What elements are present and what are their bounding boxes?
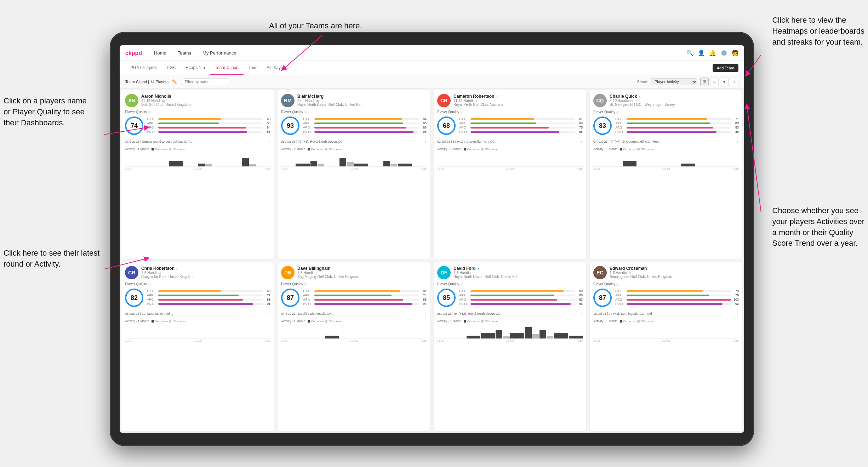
quality-section: 85 OTT 89 APP 80 ARG [437, 289, 583, 307]
bell-icon[interactable]: 🔔 [709, 50, 716, 56]
player-card[interactable]: AN Aaron Nicholls 11-15 Handicap Drift G… [121, 90, 274, 259]
latest-round[interactable]: 02 Sep 23 | Sunset round to get back int… [125, 138, 270, 145]
filter-button[interactable]: ▼ [720, 78, 729, 86]
quality-circle[interactable]: 74 [125, 116, 143, 135]
latest-round[interactable]: 26 Aug 23 | 73 (+1), Royal North Devon G… [281, 138, 427, 145]
tab-all-players[interactable]: All Players [262, 61, 292, 75]
quality-section: 68 OTT 61 APP 63 ARG [437, 116, 583, 135]
person-icon[interactable]: 👤 [698, 50, 704, 56]
stats-section: OTT 82 APP 74 ARG 85 PU [303, 289, 427, 306]
search-input[interactable] [181, 78, 230, 85]
player-name[interactable]: Dave Billingham [297, 266, 427, 271]
list-view-button[interactable]: ≡ [710, 78, 719, 86]
player-name[interactable]: Chris Robertson ✓ [141, 266, 270, 271]
grid-view-button[interactable]: ⊞ [700, 78, 709, 86]
player-header: AN Aaron Nicholls 11-15 Handicap Drift G… [125, 94, 270, 107]
filter-right: Show: Player Activity Quality Score Tren… [637, 78, 738, 86]
nav-right: 🔍 👤 🔔 ⚙️ 🧑 [687, 50, 738, 56]
quality-circle[interactable]: 68 [437, 116, 456, 135]
player-header: DB Dave Billingham 1-5 Handicap Sag Magi… [281, 266, 427, 279]
stats-section: OTT 84 APP 85 ARG 88 PU [303, 117, 427, 134]
player-grid: AN Aaron Nicholls 11-15 Handicap Drift G… [120, 89, 744, 433]
avatar-icon[interactable]: 🧑 [732, 50, 738, 56]
tab-pga[interactable]: PGA [162, 61, 181, 75]
quality-circle[interactable]: 85 [437, 289, 456, 307]
player-name[interactable]: Charlie Quick ✓ [610, 94, 739, 99]
player-handicap: 1-5 Handicap [610, 271, 739, 275]
annotation-teams: All of your Teams are here. [269, 21, 362, 32]
tab-team-clippd[interactable]: Team Clippd [210, 61, 244, 75]
player-handicap: Plus Handicap [297, 99, 427, 103]
stats-section: OTT 61 APP 63 ARG 75 PU [459, 117, 583, 134]
latest-round[interactable]: 26 Aug 23 | 84 (+12), Royal North Devon … [437, 310, 583, 317]
nav-teams[interactable]: Teams [176, 49, 193, 57]
tab-hcaps[interactable]: Hcaps 1-5 [181, 61, 210, 75]
latest-round[interactable]: 18 Jul 23 | 74 (+4), Sunningdale GC - Ol… [593, 310, 739, 317]
player-info: David Ford ✓ 1-5 Handicap Royal North De… [453, 266, 583, 279]
quality-circle[interactable]: 93 [281, 116, 299, 135]
activity-label: Activity · 1 Month On course Off course [281, 147, 427, 151]
edit-icon[interactable]: ✏️ [172, 79, 177, 84]
player-card[interactable]: BM Blair McHarg Plus Handicap Royal Nort… [278, 90, 430, 259]
nav-myperformance[interactable]: My Performance [200, 49, 238, 57]
quality-label: Player Quality ⓘ [125, 282, 270, 286]
player-name[interactable]: David Ford ✓ [453, 266, 583, 271]
player-info: Dave Billingham 1-5 Handicap Sag Maging … [297, 266, 427, 279]
show-select[interactable]: Player Activity Quality Score Trend [651, 78, 697, 85]
player-name[interactable]: Edward Crossman [610, 266, 739, 271]
quality-label: Player Quality ⓘ [593, 110, 739, 114]
annotation-heatmaps: Click here to view theHeatmaps or leader… [772, 15, 864, 47]
latest-round[interactable]: 07 Aug 23 | 77 (+7), St George's Hill GC… [593, 138, 739, 145]
annotation-latest-round: Click here to see their latestround or A… [4, 248, 99, 270]
player-header: CR Chris Robertson ✓ 1-5 Handicap Craigm… [125, 266, 270, 279]
activity-label: Activity · 1 Month On course Off course [281, 319, 427, 323]
stats-section: OTT 73 APP 79 ARG 103 P [615, 289, 739, 306]
quality-circle[interactable]: 83 [593, 116, 612, 135]
nav-logo: clippd [125, 50, 142, 56]
player-info: Aaron Nicholls 11-15 Handicap Drift Golf… [141, 94, 270, 107]
search-icon[interactable]: 🔍 [687, 50, 693, 56]
tab-pgat[interactable]: PGAT Players [125, 61, 162, 75]
nav-home[interactable]: Home [152, 49, 169, 57]
activity-section: Activity · 1 Month On course Off course [125, 147, 270, 170]
player-handicap: 1-5 Handicap [141, 271, 270, 275]
quality-circle[interactable]: 87 [593, 289, 612, 307]
latest-round[interactable]: 04 Sep 23 | Mobility with coach, Gym → [281, 310, 427, 317]
quality-circle[interactable]: 82 [125, 289, 143, 307]
player-card[interactable]: DF David Ford ✓ 1-5 Handicap Royal North… [434, 262, 586, 431]
player-avatar: DB [281, 266, 295, 279]
player-header: CQ Charlie Quick ✓ 6-10 Handicap St. Geo… [593, 94, 739, 107]
player-name[interactable]: Cameron Robertson ✓ [453, 94, 583, 99]
activity-label: Activity · 1 Month On course Off course [125, 319, 270, 323]
settings-icon[interactable]: ⚙️ [721, 50, 727, 56]
player-card[interactable]: EC Edward Crossman 1-5 Handicap Sunningd… [590, 262, 742, 431]
player-header: EC Edward Crossman 1-5 Handicap Sunningd… [593, 266, 739, 279]
latest-round[interactable]: 03 Mar 23 | 19, Must make putting → [125, 310, 270, 317]
player-handicap: 11-15 Handicap [141, 99, 270, 103]
quality-section: 87 OTT 73 APP 79 ARG [593, 289, 739, 307]
team-label: Team Clippd | 14 Players [125, 80, 169, 84]
player-name[interactable]: Blair McHarg [297, 94, 427, 99]
activity-label: Activity · 1 Month On course Off course [437, 319, 583, 323]
player-club: Royal Perth Golf Club, Australia [453, 103, 583, 107]
player-header: DF David Ford ✓ 1-5 Handicap Royal North… [437, 266, 583, 279]
top-nav: clippd Home Teams My Performance 🔍 👤 🔔 ⚙… [120, 45, 744, 61]
activity-section: Activity · 1 Month On course Off course [593, 147, 739, 170]
stats-section: OTT 77 APP 80 ARG 83 PU [615, 117, 739, 134]
player-club: Royal North Devon Golf Club, United Kd..… [453, 275, 583, 279]
add-team-button[interactable]: Add Team [713, 64, 738, 72]
player-handicap: 6-10 Handicap [610, 99, 739, 103]
tab-tour[interactable]: Tour [244, 61, 262, 75]
player-name[interactable]: Aaron Nicholls [141, 94, 270, 99]
player-card[interactable]: CR Chris Robertson ✓ 1-5 Handicap Craigm… [121, 262, 274, 431]
player-card[interactable]: CR Cameron Robertson ✓ 11-15 Handicap Ro… [434, 90, 586, 259]
player-card[interactable]: DB Dave Billingham 1-5 Handicap Sag Magi… [278, 262, 430, 431]
stats-section: OTT 60 APP 58 ARG 84 PU [147, 117, 270, 134]
quality-circle[interactable]: 87 [281, 289, 299, 307]
activity-label: Activity · 1 Month On course Off course [593, 147, 739, 151]
quality-section: 83 OTT 77 APP 80 ARG [593, 116, 739, 135]
latest-round[interactable]: 02 Jul 23 | 59 (+17), Craigmillar Park G… [437, 138, 583, 145]
sort-button[interactable]: ↕ [730, 78, 738, 86]
player-club: Drift Golf Club, United Kingdom [141, 103, 270, 107]
player-card[interactable]: CQ Charlie Quick ✓ 6-10 Handicap St. Geo… [590, 90, 742, 259]
